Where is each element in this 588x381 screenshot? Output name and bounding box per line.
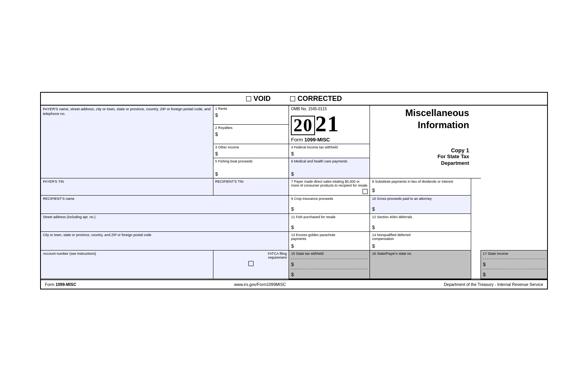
field-11-cell: 11 Fish purchased for resale $ bbox=[289, 213, 370, 231]
field-10-dollar: $ bbox=[372, 206, 469, 212]
omb-year-cell: OMB No. 1545-0115 2021 Form 1099-MISC bbox=[289, 106, 370, 144]
copy-sub: For State TaxDepartment bbox=[372, 153, 469, 167]
city-label: City or town, state or province, country… bbox=[43, 233, 287, 237]
footer-website: www.irs.gov/Form1099MISC bbox=[234, 282, 286, 287]
field-1-label: 1 Rents bbox=[215, 107, 287, 111]
field-9-label: 9 Crop insurance proceeds bbox=[291, 197, 368, 201]
field-8-dollar: $ bbox=[372, 187, 469, 193]
field-15-dollar2: $ bbox=[291, 272, 368, 277]
fatca-checkbox[interactable] bbox=[248, 261, 254, 266]
field-16-cell: 16 State/Payer's state no. bbox=[370, 250, 471, 279]
field-3-dollar: $ bbox=[215, 151, 287, 157]
field-4-cell: 4 Federal income tax withheld $ bbox=[289, 144, 370, 158]
title-cell: Miscellaneous Information Copy 1 For Sta… bbox=[370, 106, 471, 178]
corrected-label: CORRECTED bbox=[298, 95, 342, 103]
corrected-item: CORRECTED bbox=[290, 95, 342, 103]
field-1-dollar: $ bbox=[215, 112, 287, 118]
field-12-cell: 12 Section 409A deferrals $ bbox=[370, 213, 471, 231]
empty-right-cell bbox=[471, 178, 481, 279]
footer-form-name: Form 1099-MISC bbox=[45, 282, 76, 287]
field-4-label: 4 Federal income tax withheld bbox=[291, 145, 368, 149]
field-17-dollar1: $ bbox=[483, 261, 545, 267]
field-17-dollar2: $ bbox=[483, 272, 545, 277]
field-11-label: 11 Fish purchased for resale bbox=[291, 215, 368, 219]
field-7-checkbox[interactable] bbox=[363, 189, 368, 194]
field-7-cell: 7 Payer made direct sales totaling $5,00… bbox=[289, 178, 370, 195]
field-3-label: 3 Other income bbox=[215, 145, 287, 149]
omb-label: OMB No. 1545-0115 bbox=[291, 107, 368, 111]
field-14-label: 14 Nonqualified deferred compensation bbox=[372, 233, 469, 241]
field-6-dollar: $ bbox=[291, 171, 368, 177]
field-14-cell: 14 Nonqualified deferred compensation $ bbox=[370, 231, 471, 250]
field-10-label: 10 Gross proceeds paid to an attorney bbox=[372, 197, 469, 201]
form-name-field: Form 1099-MISC bbox=[291, 137, 368, 143]
recipient-tin-cell: RECIPIENT'S TIN bbox=[213, 178, 289, 195]
field-9-dollar: $ bbox=[291, 206, 368, 212]
field-2-dollar: $ bbox=[215, 131, 287, 137]
copy-label: Copy 1 bbox=[372, 147, 469, 153]
footer-form-name-bold: 1099-MISC bbox=[56, 282, 76, 287]
void-corrected-bar: VOID CORRECTED bbox=[41, 93, 547, 106]
fatca-cell: FATCA filing requirement bbox=[213, 250, 289, 279]
payer-tin-cell: PAYER'S TIN bbox=[41, 178, 213, 195]
field-5-cell: 5 Fishing boat proceeds $ bbox=[213, 158, 289, 178]
void-label: VOID bbox=[254, 95, 271, 103]
field-5-label: 5 Fishing boat proceeds bbox=[215, 159, 287, 163]
recipient-name-cell: RECIPIENT'S name bbox=[41, 195, 289, 213]
form-footer: Form 1099-MISC www.irs.gov/Form1099MISC … bbox=[41, 279, 547, 289]
field-6-label: 6 Medical and health care payments bbox=[291, 159, 368, 163]
form-title: Miscellaneous Information bbox=[372, 107, 469, 131]
field-2-cell: 2 Royalties $ bbox=[213, 124, 289, 144]
void-checkbox[interactable] bbox=[246, 96, 251, 101]
field-17-cell: 17 State income $ $ bbox=[481, 250, 547, 279]
field-15-label: 15 State tax withheld bbox=[291, 252, 368, 256]
footer-dept: Department of the Treasury - Internal Re… bbox=[444, 282, 543, 287]
field-5-dollar: $ bbox=[215, 171, 287, 177]
recipient-name-label: RECIPIENT'S name bbox=[43, 197, 287, 201]
recipient-tin-label: RECIPIENT'S TIN bbox=[215, 180, 287, 183]
field-8-cell: 8 Substitute payments in lieu of dividen… bbox=[370, 178, 471, 195]
field-13-dollar: $ bbox=[291, 243, 368, 249]
field-6-cell: 6 Medical and health care payments $ bbox=[289, 158, 370, 178]
field-12-label: 12 Section 409A deferrals bbox=[372, 215, 469, 219]
city-cell: City or town, state or province, country… bbox=[41, 231, 289, 250]
corrected-checkbox[interactable] bbox=[290, 96, 295, 101]
main-table: PAYER'S name, street address, city or to… bbox=[41, 106, 547, 279]
field-16-label: 16 State/Payer's state no. bbox=[372, 252, 469, 256]
field-9-cell: 9 Crop insurance proceeds $ bbox=[289, 195, 370, 213]
field-4-dollar: $ bbox=[291, 151, 368, 157]
form-container: VOID CORRECTED PAYER'S name, street addr… bbox=[40, 92, 548, 289]
field-8-label: 8 Substitute payments in lieu of dividen… bbox=[372, 180, 469, 183]
account-cell: Account number (see instructions) bbox=[41, 250, 213, 279]
void-item: VOID bbox=[246, 95, 271, 103]
field-14-dollar: $ bbox=[372, 243, 469, 249]
field-11-dollar: $ bbox=[291, 224, 368, 230]
field-12-dollar: $ bbox=[372, 224, 469, 230]
payer-name-label: PAYER'S name, street address, city or to… bbox=[43, 107, 211, 116]
field-13-label: 13 Excess golden parachute payments bbox=[291, 233, 368, 241]
fatca-label: FATCA filing requirement bbox=[215, 252, 287, 259]
field-10-cell: 10 Gross proceeds paid to an attorney $ bbox=[370, 195, 471, 213]
year-display: 2021 bbox=[291, 113, 368, 135]
payer-tin-label: PAYER'S TIN bbox=[43, 180, 211, 183]
street-cell: Street address (including apt. no.) bbox=[41, 213, 289, 231]
field-1-cell: 1 Rents $ bbox=[213, 106, 289, 125]
field-17-label: 17 State income bbox=[483, 252, 545, 256]
field-15-dollar1: $ bbox=[291, 261, 368, 267]
field-3-cell: 3 Other income $ bbox=[213, 144, 289, 158]
field-2-label: 2 Royalties bbox=[215, 126, 287, 130]
row-1: PAYER'S name, street address, city or to… bbox=[41, 106, 547, 125]
street-label: Street address (including apt. no.) bbox=[43, 215, 287, 219]
field-7-label: 7 Payer made direct sales totaling $5,00… bbox=[291, 180, 368, 187]
field-13-cell: 13 Excess golden parachute payments $ bbox=[289, 231, 370, 250]
account-label: Account number (see instructions) bbox=[43, 252, 211, 256]
payer-name-cell: PAYER'S name, street address, city or to… bbox=[41, 106, 213, 178]
field-15-cell: 15 State tax withheld $ $ bbox=[289, 250, 370, 279]
row-5: PAYER'S TIN RECIPIENT'S TIN 7 Payer made… bbox=[41, 178, 547, 195]
form-title-text: Miscellaneous Information bbox=[405, 108, 469, 130]
